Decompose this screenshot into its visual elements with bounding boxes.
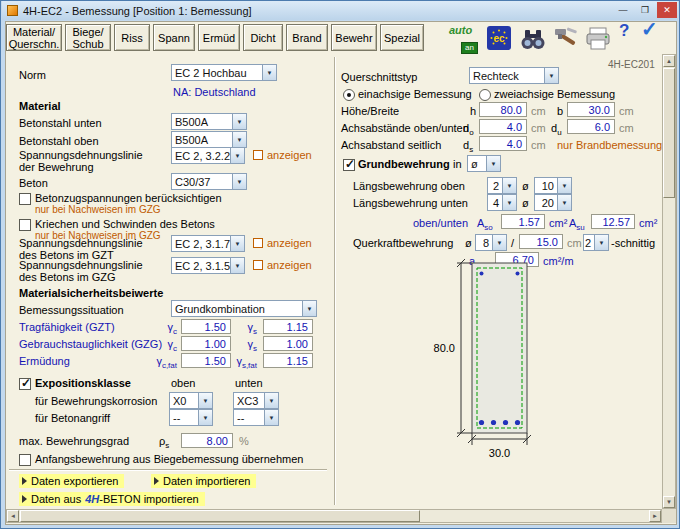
einachsig-radio[interactable] bbox=[343, 89, 355, 101]
tab-material-querschnitt[interactable]: Material/ Querschn. bbox=[6, 24, 62, 51]
tab-riss[interactable]: Riss bbox=[114, 24, 150, 51]
betonangriff-oben-select[interactable]: --▼ bbox=[169, 409, 213, 426]
schnittigkeit-select[interactable]: 2▼ bbox=[583, 234, 609, 251]
sdl-gzg-select[interactable]: EC 2, 3.1.5▼ bbox=[171, 257, 245, 274]
einheit-select[interactable]: ø▼ bbox=[467, 155, 501, 172]
tab-dicht[interactable]: Dicht bbox=[243, 24, 283, 51]
einheit-value: ø bbox=[468, 156, 486, 171]
gamma-s-gzt-field[interactable]: 1.15 bbox=[263, 319, 313, 334]
material-header: Material bbox=[19, 100, 61, 112]
breite-field[interactable]: 30.0 bbox=[567, 102, 615, 117]
chevron-down-icon: ▼ bbox=[557, 195, 571, 210]
laengs-oben-anzahl-select[interactable]: 2▼ bbox=[487, 177, 517, 194]
laengs-unten-durchmesser-value: 20 bbox=[535, 195, 557, 210]
kriechen-checkbox[interactable] bbox=[19, 219, 31, 231]
chevron-down-icon: ▼ bbox=[232, 114, 246, 129]
sdl-bewehrung-select[interactable]: EC 2, 3.2.2▼ bbox=[171, 147, 245, 164]
horizontal-scroll-thumb[interactable] bbox=[20, 510, 420, 522]
daten-importieren-label: Daten importieren bbox=[163, 475, 250, 487]
tab-spann[interactable]: Spann bbox=[153, 24, 195, 51]
binoculars-icon[interactable] bbox=[519, 27, 547, 55]
anzeigen-gzg-checkbox[interactable] bbox=[253, 260, 263, 270]
achsabstand-unten-field[interactable]: 6.0 bbox=[567, 119, 615, 134]
anzeigen-gzt-checkbox[interactable] bbox=[253, 238, 263, 248]
confirm-button[interactable]: ✓ bbox=[641, 23, 658, 35]
cm2-unit: cm² bbox=[549, 217, 567, 229]
sdl-gzt-value: EC 2, 3.1.7 bbox=[172, 236, 230, 251]
4h-logo: 4H bbox=[85, 493, 99, 505]
daten-exportieren-button[interactable]: Daten exportieren bbox=[19, 474, 124, 488]
tab-bewehr[interactable]: Bewehr bbox=[331, 24, 377, 51]
gamma-c-symbol: γc bbox=[131, 338, 177, 355]
gamma-sfat-field[interactable]: 1.15 bbox=[263, 353, 313, 368]
grundbewehrung-checkbox[interactable] bbox=[343, 159, 355, 171]
sdl-gzt-label: Spannungsdehnungslinie des Betons im GZT bbox=[19, 237, 143, 261]
vertical-scroll-thumb[interactable] bbox=[663, 68, 675, 198]
betonstahl-oben-label: Betonstahl oben bbox=[19, 135, 99, 147]
anzeigen-gzg-label: anzeigen bbox=[267, 259, 312, 271]
horizontal-scrollbar[interactable]: ◄ ► bbox=[6, 509, 662, 523]
maximize-button[interactable]: ❐ bbox=[635, 2, 655, 18]
tab-spezial[interactable]: Spezial bbox=[380, 24, 424, 51]
betonstahl-unten-select[interactable]: B500A▼ bbox=[171, 113, 247, 130]
eurocode-icon[interactable]: ec bbox=[487, 26, 511, 54]
bewehrungsgrad-label: max. Bewehrungsgrad bbox=[19, 435, 129, 447]
laengs-oben-anzahl-value: 2 bbox=[488, 178, 502, 193]
anfangsbewehrung-checkbox[interactable] bbox=[19, 454, 31, 466]
daten-importieren-button[interactable]: Daten importieren bbox=[151, 474, 256, 488]
printer-icon[interactable] bbox=[585, 27, 611, 55]
app-icon bbox=[7, 5, 18, 16]
laengs-unten-durchmesser-select[interactable]: 20▼ bbox=[534, 194, 572, 211]
beton-select[interactable]: C30/37▼ bbox=[171, 173, 247, 190]
tab-ermued[interactable]: Ermüd bbox=[198, 24, 240, 51]
daten-4hbeton-importieren-button[interactable]: Daten aus 4H -BETON importieren bbox=[19, 492, 205, 506]
tab-brand[interactable]: Brand bbox=[286, 24, 328, 51]
gamma-s-gzg-field[interactable]: 1.00 bbox=[263, 336, 313, 351]
hoehe-field[interactable]: 80.0 bbox=[479, 102, 527, 117]
aso-symbol: Aso bbox=[477, 217, 493, 234]
asu-value-field: 12.57 bbox=[591, 214, 635, 229]
achsabstand-seitlich-field[interactable]: 4.0 bbox=[479, 136, 527, 151]
betonzug-checkbox[interactable] bbox=[19, 193, 31, 205]
close-button[interactable]: ✕ bbox=[657, 2, 677, 18]
querschnittstyp-value: Rechteck bbox=[470, 68, 544, 83]
height-dimension-label: 80.0 bbox=[434, 342, 455, 354]
scroll-left-button[interactable]: ◄ bbox=[7, 510, 19, 522]
sicherheit-header: Materialsicherheitsbeiwerte bbox=[19, 287, 163, 299]
norm-select[interactable]: EC 2 Hochbau▼ bbox=[171, 64, 277, 81]
bemessungssituation-select[interactable]: Grundkombination▼ bbox=[171, 300, 317, 317]
laengs-oben-durchmesser-select[interactable]: 10▼ bbox=[534, 177, 572, 194]
laengs-unten-anzahl-select[interactable]: 4▼ bbox=[487, 194, 517, 211]
querkraft-abstand-field[interactable]: 15.0 bbox=[519, 234, 563, 249]
cm-unit: cm bbox=[619, 105, 634, 117]
zweiachsig-radio[interactable] bbox=[479, 89, 491, 101]
korrosion-oben-select[interactable]: X0▼ bbox=[169, 392, 213, 409]
bewehrungsgrad-field[interactable]: 8.00 bbox=[181, 433, 233, 448]
title-bar: 4H-EC2 - Bemessung [Position 1: Bemessun… bbox=[2, 1, 678, 20]
schnittigkeit-value: 2 bbox=[584, 235, 594, 250]
achsabstand-oben-field[interactable]: 4.0 bbox=[479, 119, 527, 134]
querschnittstyp-label: Querschnittstyp bbox=[341, 71, 417, 83]
vertical-scrollbar[interactable]: ▲ ▼ bbox=[662, 54, 676, 509]
sdl-gzt-select[interactable]: EC 2, 3.1.7▼ bbox=[171, 235, 245, 252]
betonstahl-oben-select[interactable]: B500A▼ bbox=[171, 131, 247, 148]
betonangriff-unten-select[interactable]: --▼ bbox=[233, 409, 279, 426]
tab-biege-schub[interactable]: Biege/ Schub bbox=[65, 24, 111, 51]
expositionsklasse-checkbox[interactable] bbox=[19, 378, 31, 390]
querschnittstyp-select[interactable]: Rechteck▼ bbox=[469, 67, 559, 84]
chevron-down-icon: ▼ bbox=[594, 235, 608, 250]
chevron-down-icon: ▼ bbox=[198, 410, 212, 425]
korrosion-unten-select[interactable]: XC3▼ bbox=[233, 392, 279, 409]
bemessungssituation-label: Bemessungssituation bbox=[19, 304, 124, 316]
querkraft-durchmesser-select[interactable]: 8▼ bbox=[475, 234, 507, 251]
scroll-down-button[interactable]: ▼ bbox=[663, 496, 675, 508]
anzeigen-bewehrung-checkbox[interactable] bbox=[253, 150, 263, 160]
auto-toggle-button[interactable]: auto an bbox=[449, 25, 481, 51]
scroll-up-button[interactable]: ▲ bbox=[663, 55, 675, 67]
ermuedung-row-label: Ermüdung bbox=[19, 355, 70, 367]
betonzug-note: nur bei Nachweisen im GZG bbox=[35, 204, 161, 215]
scroll-right-button[interactable]: ► bbox=[649, 510, 661, 522]
minimize-button[interactable]: — bbox=[613, 2, 633, 18]
help-button[interactable]: ? bbox=[619, 25, 629, 37]
tools-icon[interactable] bbox=[553, 27, 579, 55]
